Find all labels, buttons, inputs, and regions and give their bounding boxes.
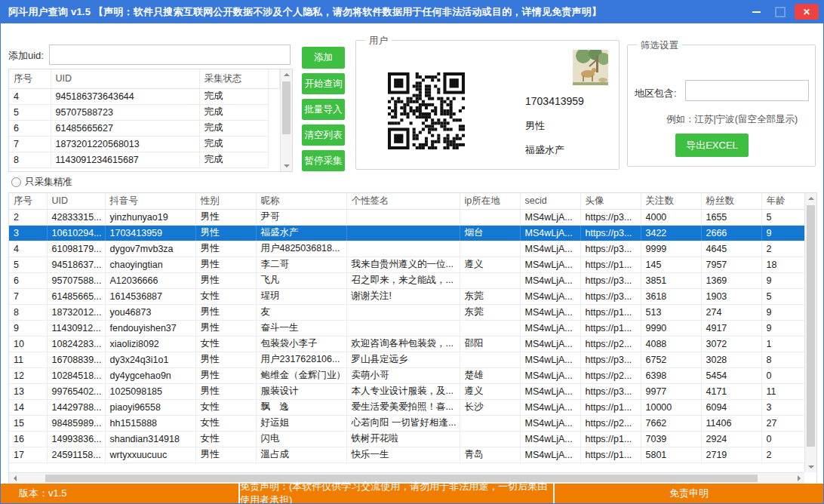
table-cell[interactable]: 6752: [641, 352, 701, 367]
table-cell[interactable]: 1143091234615687: [51, 152, 199, 167]
table-cell[interactable]: 4917: [701, 320, 761, 336]
scroll-thumb[interactable]: [282, 81, 291, 134]
table-cell[interactable]: 1614536887: [105, 288, 195, 304]
table-cell[interactable]: 2: [761, 447, 807, 463]
table-cell[interactable]: 99765402...: [47, 383, 105, 399]
col-avatar[interactable]: 头像: [580, 193, 641, 209]
table-cell[interactable]: 2719: [701, 447, 761, 463]
table-row[interactable]: 1724591158...wrtyxxuucuuc男性溫占成快乐一生青岛MS4w…: [9, 447, 807, 463]
table-row[interactable]: 1210284518...dy4ygcehao9n男性鲍维金（金辉门业）卖萌小哥…: [9, 367, 807, 383]
table-cell[interactable]: 10: [9, 336, 47, 352]
table-cell[interactable]: you46873: [105, 304, 195, 320]
table-cell[interactable]: [460, 320, 520, 336]
table-cell[interactable]: https://p1...: [580, 320, 641, 336]
scroll-thumb[interactable]: [807, 205, 815, 447]
table-cell[interactable]: MS4wLjA...: [520, 304, 580, 320]
table-cell[interactable]: 男性: [195, 209, 256, 225]
table-cell[interactable]: 1903: [701, 288, 761, 304]
col-uid[interactable]: UID: [47, 193, 105, 209]
clear-list-button[interactable]: 清空列表: [302, 124, 345, 146]
table-cell[interactable]: https://p1...: [580, 431, 641, 447]
table-cell[interactable]: 10824283...: [47, 336, 105, 352]
table-cell[interactable]: 2666: [701, 225, 761, 241]
table-cell[interactable]: 12: [9, 367, 47, 383]
table-cell[interactable]: MS4wLjA...: [520, 399, 580, 415]
table-cell[interactable]: 女性: [195, 415, 256, 431]
table-row[interactable]: 81143091234615687完成: [9, 152, 280, 167]
table-cell[interactable]: 遵义: [460, 257, 520, 272]
col-following[interactable]: 关注数: [641, 193, 701, 209]
uid-col-status[interactable]: 采集状态: [199, 69, 268, 88]
minimize-button[interactable]: [746, 4, 766, 20]
scroll-right-icon[interactable]: [793, 473, 804, 484]
table-cell[interactable]: 铁树开花啦: [346, 431, 460, 447]
start-query-button[interactable]: 开始查询: [302, 73, 345, 94]
table-cell[interactable]: MS4wLjA...: [520, 225, 580, 241]
table-cell[interactable]: 青岛: [460, 447, 520, 463]
table-cell[interactable]: 42833315...: [47, 209, 105, 225]
table-cell[interactable]: dygov7mvb3za: [105, 241, 195, 257]
table-cell[interactable]: 6094: [701, 399, 761, 415]
table-cell[interactable]: MS4wLjA...: [520, 241, 580, 257]
table-row[interactable]: 1414429788...piaoyi96558女性飘 逸爱生活爱美爱拍照！喜.…: [9, 399, 807, 415]
table-cell[interactable]: 10610294...: [47, 225, 105, 241]
table-cell[interactable]: xiaolizi8092: [105, 336, 195, 352]
precise-only-radio[interactable]: 只采集精准: [11, 176, 72, 189]
table-cell[interactable]: https://p1...: [580, 399, 641, 415]
table-cell[interactable]: 27: [761, 415, 807, 431]
table-cell[interactable]: 0: [761, 367, 807, 383]
table-cell[interactable]: 16708839...: [47, 352, 105, 367]
table-cell[interactable]: dy4ygcehao9n: [105, 367, 195, 383]
table-cell[interactable]: 98485989...: [47, 415, 105, 431]
table-cell[interactable]: 男性: [195, 225, 256, 241]
table-cell[interactable]: https://p3...: [580, 288, 641, 304]
table-cell[interactable]: 瑆玥: [256, 288, 346, 304]
table-row[interactable]: 1598485989...hh1515888女性好运姐心若向阳 一切皆好相逢..…: [9, 415, 807, 431]
table-cell[interactable]: MS4wLjA...: [520, 431, 580, 447]
table-cell[interactable]: 男性: [195, 367, 256, 383]
table-cell[interactable]: 1873201220568013: [51, 136, 199, 152]
table-cell[interactable]: 9: [761, 304, 807, 320]
table-cell[interactable]: 513: [641, 304, 701, 320]
table-row[interactable]: 761485665...1614536887女性瑆玥谢谢关注!东莞MS4wLjA…: [9, 288, 807, 304]
table-cell[interactable]: 11406: [701, 415, 761, 431]
table-row[interactable]: 242833315...yinzhunyao19男性尹哥MS4wLjA...ht…: [9, 209, 807, 225]
table-cell[interactable]: 7: [9, 288, 47, 304]
table-cell[interactable]: 7662: [641, 415, 701, 431]
table-cell[interactable]: 10000: [641, 399, 701, 415]
table-cell[interactable]: 13: [9, 383, 47, 399]
table-cell[interactable]: dy3x24q3i1o1: [105, 352, 195, 367]
table-cell[interactable]: 4088: [641, 336, 701, 352]
region-input[interactable]: [685, 80, 809, 101]
table-cell[interactable]: 罗山县定远乡: [346, 352, 460, 367]
table-cell[interactable]: [460, 431, 520, 447]
table-cell[interactable]: 奋斗一生: [256, 320, 346, 336]
table-cell[interactable]: MS4wLjA...: [520, 352, 580, 367]
add-button[interactable]: 添加: [302, 47, 345, 69]
table-cell[interactable]: [460, 241, 520, 257]
table-row[interactable]: 4945186373643644完成: [9, 88, 280, 104]
col-gender[interactable]: 性别: [195, 193, 256, 209]
table-cell[interactable]: 61485665...: [47, 288, 105, 304]
table-cell[interactable]: MS4wLjA...: [520, 415, 580, 431]
table-cell[interactable]: 9: [761, 225, 807, 241]
table-cell[interactable]: https://p3...: [580, 383, 641, 399]
table-cell[interactable]: 24591158...: [47, 447, 105, 463]
table-row[interactable]: 1010824283...xiaolizi8092女性包装袋小李子欢迎咨询各种包…: [9, 336, 807, 352]
table-cell[interactable]: 3618: [641, 288, 701, 304]
table-cell[interactable]: 7039: [641, 431, 701, 447]
table-cell[interactable]: 完成: [199, 120, 268, 136]
table-cell[interactable]: 2: [761, 241, 807, 257]
table-cell[interactable]: 邵阳: [460, 336, 520, 352]
uid-table-scrollbar[interactable]: [280, 69, 292, 171]
table-cell[interactable]: 7: [9, 136, 51, 152]
add-uid-input[interactable]: [49, 45, 291, 65]
table-cell[interactable]: 女性: [195, 431, 256, 447]
table-cell[interactable]: 4645: [701, 241, 761, 257]
table-cell[interactable]: 溫占成: [256, 447, 346, 463]
table-cell[interactable]: [460, 352, 520, 367]
table-cell[interactable]: 男性: [195, 241, 256, 257]
table-cell[interactable]: 3028: [701, 352, 761, 367]
table-cell[interactable]: 召之即来，来之能战，...: [346, 272, 460, 288]
table-cell[interactable]: MS4wLjA...: [520, 336, 580, 352]
